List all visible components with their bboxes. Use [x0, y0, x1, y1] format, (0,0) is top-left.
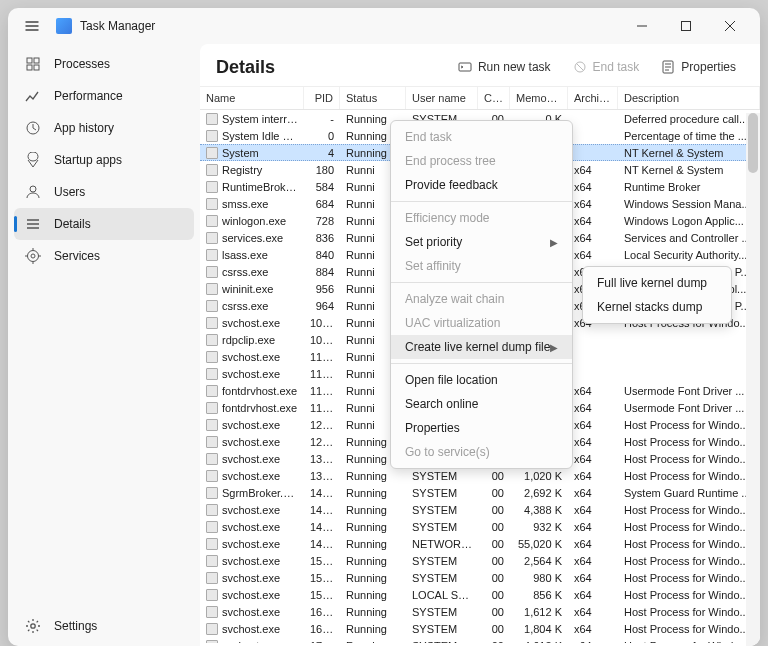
- cell-desc: Host Process for Windo...: [618, 622, 760, 636]
- minimize-button[interactable]: [620, 11, 664, 41]
- maximize-button[interactable]: [664, 11, 708, 41]
- cell-arch: [568, 135, 618, 137]
- cell-cpu: 00: [478, 588, 510, 602]
- cell-status: Running: [340, 520, 406, 534]
- context-menu-provide-feedback[interactable]: Provide feedback: [391, 173, 572, 197]
- context-menu-set-priority[interactable]: Set priority▶: [391, 230, 572, 254]
- context-menu-create-live-kernel-dump-file[interactable]: Create live kernel dump file▶: [391, 335, 572, 359]
- col-status[interactable]: Status: [340, 87, 406, 109]
- context-menu-label: Set priority: [405, 235, 462, 249]
- run-new-task-button[interactable]: Run new task: [450, 56, 559, 78]
- cell-cpu: 00: [478, 605, 510, 619]
- table-row[interactable]: svchost.exe1616RunningSYSTEM001,612 Kx64…: [200, 603, 760, 620]
- sidebar-item-details[interactable]: Details: [14, 208, 194, 240]
- sidebar-label: App history: [54, 121, 114, 135]
- col-mem[interactable]: Memory (a...: [510, 87, 568, 109]
- scrollbar-track[interactable]: [746, 113, 760, 646]
- sidebar-item-services[interactable]: Services: [14, 240, 194, 272]
- cell-arch: [568, 356, 618, 358]
- cell-status: Running: [340, 605, 406, 619]
- cell-arch: x64: [568, 214, 618, 228]
- cell-desc: NT Kernel & System: [618, 163, 760, 177]
- cell-user: SYSTEM: [406, 571, 478, 585]
- cell-cpu: 00: [478, 622, 510, 636]
- col-desc[interactable]: Description: [618, 87, 760, 109]
- process-icon: [206, 419, 218, 431]
- sidebar-label: Startup apps: [54, 153, 122, 167]
- process-icon: [206, 538, 218, 550]
- table-row[interactable]: svchost.exe1368RunningSYSTEM001,020 Kx64…: [200, 467, 760, 484]
- cell-cpu: 00: [478, 537, 510, 551]
- process-icon: [206, 521, 218, 533]
- properties-button[interactable]: Properties: [653, 56, 744, 78]
- context-menu-label: Analyze wait chain: [405, 292, 504, 306]
- cell-pid: -: [304, 112, 340, 126]
- titlebar: Task Manager: [8, 8, 760, 44]
- cell-pid: 1644: [304, 622, 340, 636]
- table-row[interactable]: svchost.exe1476RunningSYSTEM00932 Kx64Ho…: [200, 518, 760, 535]
- table-row[interactable]: svchost.exe1512RunningSYSTEM002,564 Kx64…: [200, 552, 760, 569]
- context-menu-separator: [391, 201, 572, 202]
- col-arch[interactable]: Archite...: [568, 87, 618, 109]
- sidebar-label: Processes: [54, 57, 110, 71]
- col-cpu[interactable]: CPU: [478, 87, 510, 109]
- cell-arch: [568, 339, 618, 341]
- scrollbar-thumb[interactable]: [748, 113, 758, 173]
- cell-mem: 4,612 K: [510, 639, 568, 644]
- context-menu-open-file-location[interactable]: Open file location: [391, 368, 572, 392]
- submenu-kernel-stacks-dump[interactable]: Kernel stacks dump: [583, 295, 731, 319]
- table-row[interactable]: svchost.exe1588RunningLOCAL SE...00856 K…: [200, 586, 760, 603]
- sidebar-item-processes[interactable]: Processes: [14, 48, 194, 80]
- col-name[interactable]: Name: [200, 87, 304, 109]
- cell-pid: 1320: [304, 452, 340, 466]
- context-menu[interactable]: End taskEnd process treeProvide feedback…: [390, 120, 573, 469]
- cell-name: System interrupts: [200, 112, 304, 126]
- close-button[interactable]: [708, 11, 752, 41]
- process-icon: [206, 300, 218, 312]
- table-row[interactable]: svchost.exe1580RunningSYSTEM00980 Kx64Ho…: [200, 569, 760, 586]
- sidebar-settings[interactable]: Settings: [14, 610, 194, 642]
- cell-mem: 55,020 K: [510, 537, 568, 551]
- context-submenu[interactable]: Full live kernel dumpKernel stacks dump: [582, 266, 732, 324]
- cell-status: Running: [340, 588, 406, 602]
- col-user[interactable]: User name: [406, 87, 478, 109]
- table-row[interactable]: SgrmBroker.exe1408RunningSYSTEM002,692 K…: [200, 484, 760, 501]
- col-pid[interactable]: PID: [304, 87, 340, 109]
- cell-user: SYSTEM: [406, 639, 478, 644]
- table-row[interactable]: svchost.exe1492RunningNETWORK...0055,020…: [200, 535, 760, 552]
- cell-mem: 2,564 K: [510, 554, 568, 568]
- cell-mem: 856 K: [510, 588, 568, 602]
- cell-desc: Windows Session Mana...: [618, 197, 760, 211]
- table-row[interactable]: svchost.exe1428RunningSYSTEM004,388 Kx64…: [200, 501, 760, 518]
- table-row[interactable]: svchost.exe1728RunningSYSTEM004,612 Kx64…: [200, 637, 760, 643]
- sidebar-label: Performance: [54, 89, 123, 103]
- process-icon: [206, 215, 218, 227]
- svg-point-8: [31, 254, 35, 258]
- process-icon: [206, 232, 218, 244]
- hamburger-button[interactable]: [16, 10, 48, 42]
- cell-name: svchost.exe: [200, 316, 304, 330]
- cell-name: csrss.exe: [200, 299, 304, 313]
- process-icon: [206, 504, 218, 516]
- sidebar-icon: [24, 55, 42, 73]
- table-header[interactable]: Name PID Status User name CPU Memory (a.…: [200, 87, 760, 110]
- context-menu-separator: [391, 363, 572, 364]
- cell-mem: 2,692 K: [510, 486, 568, 500]
- sidebar-item-performance[interactable]: Performance: [14, 80, 194, 112]
- cell-desc: Local Security Authority...: [618, 248, 760, 262]
- cell-name: svchost.exe: [200, 503, 304, 517]
- process-icon: [206, 402, 218, 414]
- content: ProcessesPerformanceApp historyStartup a…: [8, 44, 760, 646]
- context-menu-properties[interactable]: Properties: [391, 416, 572, 440]
- sidebar-item-users[interactable]: Users: [14, 176, 194, 208]
- sidebar-icon: [24, 247, 42, 265]
- sidebar-item-startup-apps[interactable]: Startup apps: [14, 144, 194, 176]
- sidebar-item-app-history[interactable]: App history: [14, 112, 194, 144]
- context-menu-search-online[interactable]: Search online: [391, 392, 572, 416]
- cell-desc: Host Process for Windo...: [618, 418, 760, 432]
- svg-rect-2: [34, 58, 39, 63]
- table-row[interactable]: svchost.exe1644RunningSYSTEM001,804 Kx64…: [200, 620, 760, 637]
- cell-name: svchost.exe: [200, 452, 304, 466]
- end-task-button[interactable]: End task: [565, 56, 648, 78]
- submenu-full-live-kernel-dump[interactable]: Full live kernel dump: [583, 271, 731, 295]
